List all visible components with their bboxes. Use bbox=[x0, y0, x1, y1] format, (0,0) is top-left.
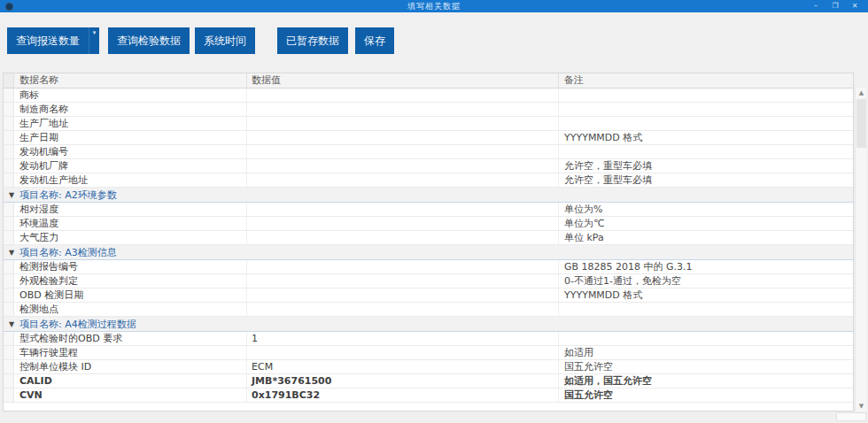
table-row[interactable]: 检测地点 bbox=[4, 303, 853, 317]
table-row[interactable]: 控制单位模块 IDECM国五允许空 bbox=[4, 360, 853, 374]
dropdown-caret-icon[interactable]: ▾ bbox=[89, 27, 99, 54]
close-icon[interactable]: ✕ bbox=[845, 0, 864, 12]
cell-remark: YYYYMMDD 格式 bbox=[559, 131, 853, 144]
cell-value[interactable] bbox=[247, 203, 559, 216]
cell-value[interactable] bbox=[247, 103, 559, 116]
cell-remark: 单位为℃ bbox=[559, 217, 853, 230]
row-gutter bbox=[4, 88, 14, 102]
cell-value[interactable]: 1 bbox=[247, 332, 559, 345]
table-row[interactable]: 制造商名称 bbox=[4, 103, 853, 117]
row-gutter bbox=[4, 217, 14, 230]
scrollbar-thumb[interactable] bbox=[856, 99, 866, 148]
table-row[interactable]: 发动机编号 bbox=[4, 145, 853, 159]
cell-name: 发动机编号 bbox=[14, 145, 247, 158]
section-label: 项目名称: A4检测过程数据 bbox=[19, 318, 136, 331]
toolbar-button-label[interactable]: 保存 bbox=[355, 27, 394, 54]
scroll-up-icon[interactable]: ▲ bbox=[856, 88, 867, 98]
table-row[interactable]: 相对湿度单位为% bbox=[4, 203, 853, 217]
row-gutter bbox=[4, 145, 14, 158]
row-gutter bbox=[4, 203, 14, 216]
cell-remark: 允许空，重型车必填 bbox=[559, 173, 853, 187]
cell-value[interactable] bbox=[247, 88, 559, 102]
vertical-scrollbar[interactable]: ▲ ▼ bbox=[855, 88, 866, 411]
table-row[interactable]: 型式检验时的OBD 要求1 bbox=[4, 332, 853, 346]
toolbar-button-label[interactable]: 系统时间 bbox=[195, 27, 255, 54]
row-gutter bbox=[4, 374, 14, 388]
table-row[interactable]: 生产厂地址 bbox=[4, 117, 853, 131]
section-row[interactable]: ▼项目名称: A2环境参数 bbox=[4, 188, 853, 203]
cell-remark: 如适用，国五允许空 bbox=[559, 374, 853, 388]
row-gutter bbox=[4, 173, 14, 187]
section-label: 项目名称: A2环境参数 bbox=[19, 188, 117, 202]
cell-value[interactable] bbox=[247, 145, 559, 158]
toolbar: 查询报送数量▾查询检验数据系统时间已暂存数据保存 bbox=[7, 27, 394, 54]
column-header-remark[interactable]: 备注 bbox=[559, 73, 853, 88]
cell-name: 发动机厂牌 bbox=[14, 159, 247, 173]
table-row[interactable]: 商标 bbox=[4, 88, 853, 103]
cell-remark bbox=[559, 332, 853, 345]
section-collapse-icon[interactable]: ▼ bbox=[9, 191, 18, 199]
table-row[interactable]: 外观检验判定0-不通过1-通过，免检为空 bbox=[4, 274, 853, 288]
cell-name: 车辆行驶里程 bbox=[14, 346, 247, 359]
cell-name: 检测地点 bbox=[14, 303, 247, 316]
row-gutter bbox=[4, 346, 14, 359]
cell-value[interactable] bbox=[247, 217, 559, 230]
column-header-value[interactable]: 数据值 bbox=[247, 73, 559, 88]
maximize-icon[interactable]: ❐ bbox=[825, 0, 845, 12]
cell-value[interactable] bbox=[247, 288, 559, 302]
cell-value[interactable]: 0x1791BC32 bbox=[247, 388, 559, 402]
cell-value[interactable] bbox=[247, 117, 559, 130]
section-row[interactable]: ▼项目名称: A3检测信息 bbox=[4, 245, 853, 260]
gutter-header bbox=[4, 73, 14, 88]
table-row[interactable]: 检测报告编号GB 18285 2018 中的 G.3.1 bbox=[4, 260, 853, 274]
cell-remark: 如适用 bbox=[559, 346, 853, 359]
table-row[interactable]: 生产日期YYYYMMDD 格式 bbox=[4, 131, 853, 145]
cell-value[interactable]: JMB*36761500 bbox=[247, 374, 559, 388]
cell-value[interactable] bbox=[247, 131, 559, 144]
section-collapse-icon[interactable]: ▼ bbox=[9, 249, 18, 257]
cell-remark: 单位为% bbox=[559, 203, 853, 216]
table-row[interactable]: 环境温度单位为℃ bbox=[4, 217, 853, 231]
grid-header: 数据名称 数据值 备注 bbox=[4, 73, 853, 88]
cell-name: 相对湿度 bbox=[14, 203, 247, 216]
cell-name: CVN bbox=[14, 388, 247, 402]
toolbar-button-label[interactable]: 已暂存数据 bbox=[277, 27, 348, 54]
cell-name: 生产厂地址 bbox=[14, 117, 247, 130]
cell-value[interactable] bbox=[247, 173, 559, 187]
section-row[interactable]: ▼项目名称: A4检测过程数据 bbox=[4, 317, 853, 332]
cell-remark: 国五允许空 bbox=[559, 388, 853, 402]
table-row[interactable]: 车辆行驶里程如适用 bbox=[4, 346, 853, 360]
column-header-name[interactable]: 数据名称 bbox=[14, 73, 247, 88]
cell-remark: 0-不通过1-通过，免检为空 bbox=[559, 274, 853, 288]
cell-value[interactable] bbox=[247, 231, 559, 244]
section-collapse-icon[interactable]: ▼ bbox=[9, 320, 18, 328]
table-row[interactable]: 发动机厂牌允许空，重型车必填 bbox=[4, 159, 853, 173]
cell-value[interactable] bbox=[247, 159, 559, 173]
scroll-down-icon[interactable]: ▼ bbox=[856, 401, 867, 411]
cell-value[interactable] bbox=[247, 303, 559, 316]
toolbar-button-label[interactable]: 查询检验数据 bbox=[108, 27, 190, 54]
row-gutter bbox=[4, 303, 14, 316]
table-row[interactable]: OBD 检测日期YYYYMMDD 格式 bbox=[4, 288, 853, 303]
table-row[interactable]: CALIDJMB*36761500如适用，国五允许空 bbox=[4, 374, 853, 388]
row-gutter bbox=[4, 117, 14, 130]
cell-value[interactable]: ECM bbox=[247, 360, 559, 373]
toolbar-button-label[interactable]: 查询报送数量 bbox=[7, 27, 89, 54]
row-gutter bbox=[4, 231, 14, 244]
cell-remark bbox=[559, 145, 853, 158]
cell-value[interactable] bbox=[247, 274, 559, 288]
cell-remark bbox=[559, 117, 853, 130]
table-row[interactable]: 发动机生产地址允许空，重型车必填 bbox=[4, 173, 853, 188]
table-row[interactable]: CVN0x1791BC32国五允许空 bbox=[4, 388, 853, 403]
cell-name: 生产日期 bbox=[14, 131, 247, 144]
row-gutter bbox=[4, 332, 14, 345]
minimize-icon[interactable]: – bbox=[806, 0, 825, 12]
cell-value[interactable] bbox=[247, 260, 559, 273]
cell-value[interactable] bbox=[247, 346, 559, 359]
table-row[interactable]: 大气压力单位 kPa bbox=[4, 231, 853, 245]
resize-corner bbox=[836, 412, 866, 421]
row-gutter bbox=[4, 159, 14, 173]
toolbar-button: 保存 bbox=[355, 27, 394, 54]
table-body: 商标制造商名称生产厂地址生产日期YYYYMMDD 格式发动机编号发动机厂牌允许空… bbox=[4, 88, 853, 403]
cell-name: 型式检验时的OBD 要求 bbox=[14, 332, 247, 345]
